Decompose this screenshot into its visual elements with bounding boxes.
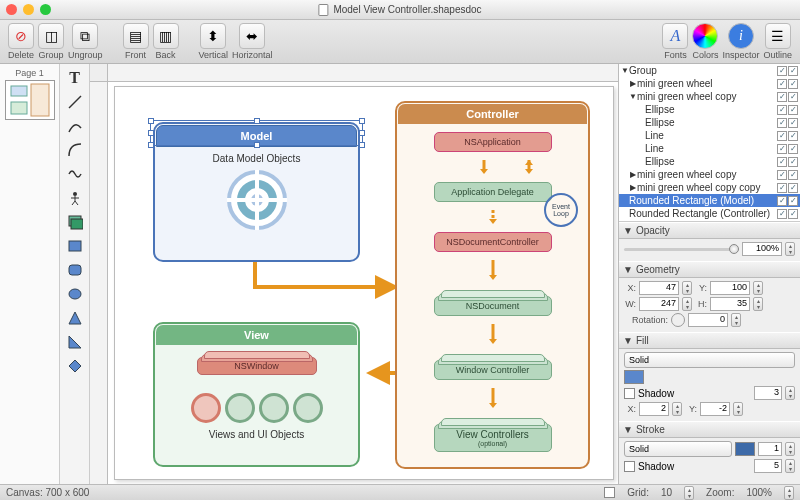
selection-outline	[150, 120, 363, 146]
grid-value[interactable]: 10	[661, 487, 672, 498]
inspector-icon[interactable]: i	[728, 23, 754, 49]
tree-row[interactable]: ▼Group✓✓	[619, 64, 800, 77]
opacity-stepper[interactable]: ▴▾	[785, 242, 795, 256]
svg-marker-24	[489, 219, 497, 224]
fill-shadow-checkbox[interactable]	[624, 388, 635, 399]
view-box[interactable]: View NSWindow Views and UI Objects	[153, 322, 360, 467]
opacity-value[interactable]: 100%	[742, 242, 782, 256]
canvas-size: Canvas: 700 x 600	[6, 487, 89, 498]
ungroup-icon[interactable]: ⧉	[72, 23, 98, 49]
zoom-button[interactable]	[40, 4, 51, 15]
nsapplication-box[interactable]: NSApplication	[434, 132, 552, 152]
group-icon[interactable]: ◫	[38, 23, 64, 49]
back-icon[interactable]: ▥	[153, 23, 179, 49]
delete-icon[interactable]: ⊘	[8, 23, 34, 49]
curve-tool-icon[interactable]	[63, 115, 87, 137]
horizontal-icon[interactable]: ⬌	[239, 23, 265, 49]
w-stepper[interactable]: ▴▾	[682, 297, 692, 311]
stroke-mode-select[interactable]: Solid	[624, 441, 732, 457]
fill-shadow-blur[interactable]: 3	[754, 386, 782, 400]
opacity-header[interactable]: ▼Opacity	[619, 222, 800, 239]
stroke-shadow-checkbox[interactable]	[624, 461, 635, 472]
diamond-tool-icon[interactable]	[63, 355, 87, 377]
h-field[interactable]: 35	[710, 297, 750, 311]
roundrect-tool-icon[interactable]	[63, 259, 87, 281]
canvas[interactable]: Controller NSApplication Application Del…	[114, 86, 614, 480]
rect-tool-icon[interactable]	[63, 235, 87, 257]
close-button[interactable]	[6, 4, 17, 15]
right-triangle-tool-icon[interactable]	[63, 331, 87, 353]
tree-row[interactable]: Ellipse✓✓	[619, 116, 800, 129]
tree-row[interactable]: Ellipse✓✓	[619, 103, 800, 116]
h-stepper[interactable]: ▴▾	[753, 297, 763, 311]
tree-row[interactable]: Line✓✓	[619, 129, 800, 142]
stroke-header[interactable]: ▼Stroke	[619, 421, 800, 438]
canvas-area: Controller NSApplication Application Del…	[90, 64, 618, 484]
viewctrl-box[interactable]: View Controllers(optional)	[434, 424, 552, 452]
tree-row[interactable]: ▼mini green wheel copy✓✓	[619, 90, 800, 103]
tree-row[interactable]: ▶mini green wheel✓✓	[619, 77, 800, 90]
fill-shadow-x[interactable]: 2	[639, 402, 669, 416]
outline-tree[interactable]: ▼Group✓✓▶mini green wheel✓✓▼mini green w…	[619, 64, 800, 222]
fill-shadow-y[interactable]: -2	[700, 402, 730, 416]
ellipse-tool-icon[interactable]	[63, 283, 87, 305]
page-thumbnail[interactable]	[5, 80, 55, 120]
zoom-value[interactable]: 100%	[746, 487, 772, 498]
rotation-field[interactable]: 0	[688, 313, 728, 327]
appdelegate-box[interactable]: Application Delegate	[434, 182, 552, 202]
tree-row[interactable]: Ellipse✓✓	[619, 155, 800, 168]
stroke-width[interactable]: 1	[758, 442, 782, 456]
outline-label: Outline	[763, 50, 792, 60]
arc-tool-icon[interactable]	[63, 139, 87, 161]
svg-rect-10	[71, 219, 83, 229]
rotation-dial[interactable]	[671, 313, 685, 327]
geometry-header[interactable]: ▼Geometry	[619, 261, 800, 278]
tree-row[interactable]: Rounded Rectangle (Controller)✓✓	[619, 207, 800, 220]
rotation-stepper[interactable]: ▴▾	[731, 313, 741, 327]
disclosure-icon: ▼	[623, 264, 633, 275]
windowctrl-box[interactable]: Window Controller	[434, 360, 552, 380]
fill-color-swatch[interactable]	[624, 370, 644, 384]
controller-title: Controller	[398, 104, 587, 124]
tree-row[interactable]: ▶mini green wheel copy copy✓✓	[619, 181, 800, 194]
stroke-color-swatch[interactable]	[735, 442, 755, 456]
fill-mode-select[interactable]: Solid	[624, 352, 795, 368]
line-tool-icon[interactable]	[63, 91, 87, 113]
ruler-corner	[90, 64, 108, 82]
triangle-tool-icon[interactable]	[63, 307, 87, 329]
front-icon[interactable]: ▤	[123, 23, 149, 49]
nswindow-box[interactable]: NSWindow	[197, 357, 317, 375]
y-stepper[interactable]: ▴▾	[753, 281, 763, 295]
toolbar: ⊘Delete ◫Group ⧉Ungroup ▤Front ▥Back ⬍Ve…	[0, 20, 800, 64]
stroke-shadow[interactable]: 5	[754, 459, 782, 473]
fonts-icon[interactable]: A	[662, 23, 688, 49]
freehand-tool-icon[interactable]	[63, 163, 87, 185]
fonts-label: Fonts	[664, 50, 687, 60]
y-field[interactable]: 100	[710, 281, 750, 295]
grid-checkbox[interactable]	[604, 487, 615, 498]
tree-row[interactable]: Line✓✓	[619, 142, 800, 155]
page-tab[interactable]: Page 1	[15, 68, 44, 78]
text-tool-icon[interactable]: T	[63, 67, 87, 89]
nsdocument-box[interactable]: NSDocument	[434, 296, 552, 316]
image-tool-icon[interactable]	[63, 211, 87, 233]
svg-marker-15	[69, 336, 81, 348]
zoom-stepper[interactable]: ▴▾	[784, 486, 794, 500]
controller-box[interactable]: Controller NSApplication Application Del…	[395, 101, 590, 469]
person-tool-icon[interactable]	[63, 187, 87, 209]
tree-row[interactable]: ▶mini green wheel copy✓✓	[619, 168, 800, 181]
tree-row[interactable]: Rounded Rectangle (Model)✓✓	[619, 194, 800, 207]
opacity-slider[interactable]	[624, 248, 739, 251]
outline-icon[interactable]: ☰	[765, 23, 791, 49]
colors-icon[interactable]	[692, 23, 718, 49]
nsdocctrl-box[interactable]: NSDocumentController	[434, 232, 552, 252]
w-field[interactable]: 247	[639, 297, 679, 311]
minimize-button[interactable]	[23, 4, 34, 15]
vertical-icon[interactable]: ⬍	[200, 23, 226, 49]
disclosure-icon: ▼	[623, 335, 633, 346]
fill-header[interactable]: ▼Fill	[619, 332, 800, 349]
x-field[interactable]: 47	[639, 281, 679, 295]
x-stepper[interactable]: ▴▾	[682, 281, 692, 295]
event-loop[interactable]: Event Loop	[544, 193, 578, 227]
grid-stepper[interactable]: ▴▾	[684, 486, 694, 500]
